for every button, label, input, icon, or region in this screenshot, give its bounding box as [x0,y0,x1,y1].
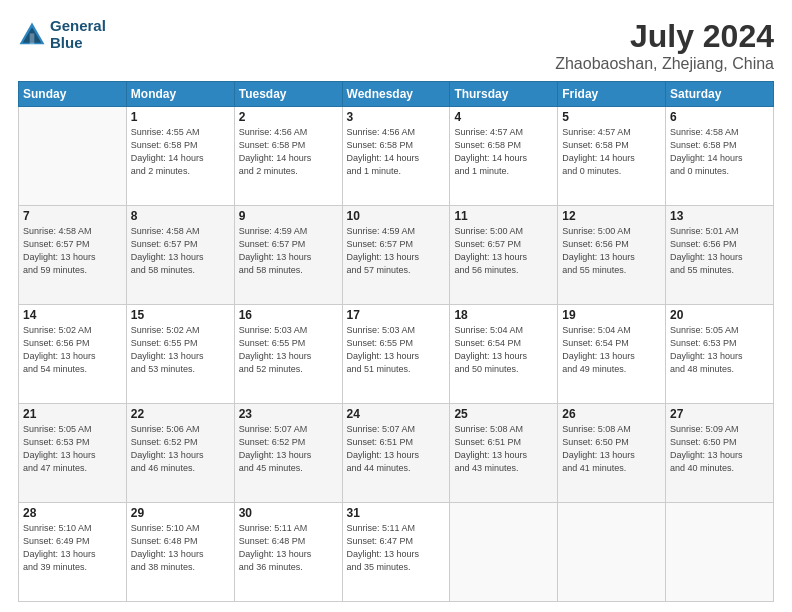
day-number: 14 [23,308,122,322]
day-number: 25 [454,407,553,421]
calendar-day-cell [666,503,774,602]
svg-rect-2 [30,33,35,44]
calendar-week-row: 1Sunrise: 4:55 AM Sunset: 6:58 PM Daylig… [19,107,774,206]
day-info: Sunrise: 4:57 AM Sunset: 6:58 PM Dayligh… [562,126,661,178]
calendar-day-cell [558,503,666,602]
calendar-day-cell: 22Sunrise: 5:06 AM Sunset: 6:52 PM Dayli… [126,404,234,503]
calendar-body: 1Sunrise: 4:55 AM Sunset: 6:58 PM Daylig… [19,107,774,602]
day-info: Sunrise: 5:00 AM Sunset: 6:57 PM Dayligh… [454,225,553,277]
day-info: Sunrise: 5:01 AM Sunset: 6:56 PM Dayligh… [670,225,769,277]
calendar-day-cell: 1Sunrise: 4:55 AM Sunset: 6:58 PM Daylig… [126,107,234,206]
day-number: 21 [23,407,122,421]
day-number: 28 [23,506,122,520]
calendar-header-row: SundayMondayTuesdayWednesdayThursdayFrid… [19,82,774,107]
day-header-tuesday: Tuesday [234,82,342,107]
day-header-monday: Monday [126,82,234,107]
day-number: 31 [347,506,446,520]
calendar-day-cell: 2Sunrise: 4:56 AM Sunset: 6:58 PM Daylig… [234,107,342,206]
subtitle: Zhaobaoshan, Zhejiang, China [555,55,774,73]
calendar-day-cell: 12Sunrise: 5:00 AM Sunset: 6:56 PM Dayli… [558,206,666,305]
day-number: 17 [347,308,446,322]
day-info: Sunrise: 5:09 AM Sunset: 6:50 PM Dayligh… [670,423,769,475]
calendar-week-row: 14Sunrise: 5:02 AM Sunset: 6:56 PM Dayli… [19,305,774,404]
calendar-table: SundayMondayTuesdayWednesdayThursdayFrid… [18,81,774,602]
logo-icon [18,21,46,49]
day-info: Sunrise: 5:10 AM Sunset: 6:49 PM Dayligh… [23,522,122,574]
calendar-day-cell: 30Sunrise: 5:11 AM Sunset: 6:48 PM Dayli… [234,503,342,602]
page: General Blue July 2024 Zhaobaoshan, Zhej… [0,0,792,612]
day-info: Sunrise: 5:02 AM Sunset: 6:56 PM Dayligh… [23,324,122,376]
day-info: Sunrise: 5:05 AM Sunset: 6:53 PM Dayligh… [670,324,769,376]
day-header-wednesday: Wednesday [342,82,450,107]
calendar-day-cell: 16Sunrise: 5:03 AM Sunset: 6:55 PM Dayli… [234,305,342,404]
day-info: Sunrise: 4:55 AM Sunset: 6:58 PM Dayligh… [131,126,230,178]
calendar-day-cell: 23Sunrise: 5:07 AM Sunset: 6:52 PM Dayli… [234,404,342,503]
day-number: 5 [562,110,661,124]
logo: General Blue [18,18,106,51]
calendar-week-row: 21Sunrise: 5:05 AM Sunset: 6:53 PM Dayli… [19,404,774,503]
day-info: Sunrise: 5:03 AM Sunset: 6:55 PM Dayligh… [347,324,446,376]
day-number: 12 [562,209,661,223]
day-info: Sunrise: 5:08 AM Sunset: 6:50 PM Dayligh… [562,423,661,475]
day-number: 2 [239,110,338,124]
calendar-day-cell: 15Sunrise: 5:02 AM Sunset: 6:55 PM Dayli… [126,305,234,404]
calendar-day-cell: 13Sunrise: 5:01 AM Sunset: 6:56 PM Dayli… [666,206,774,305]
day-number: 23 [239,407,338,421]
day-info: Sunrise: 5:02 AM Sunset: 6:55 PM Dayligh… [131,324,230,376]
day-info: Sunrise: 4:59 AM Sunset: 6:57 PM Dayligh… [347,225,446,277]
day-info: Sunrise: 5:06 AM Sunset: 6:52 PM Dayligh… [131,423,230,475]
day-number: 18 [454,308,553,322]
day-number: 22 [131,407,230,421]
calendar-day-cell: 9Sunrise: 4:59 AM Sunset: 6:57 PM Daylig… [234,206,342,305]
day-number: 3 [347,110,446,124]
day-info: Sunrise: 5:10 AM Sunset: 6:48 PM Dayligh… [131,522,230,574]
day-info: Sunrise: 5:00 AM Sunset: 6:56 PM Dayligh… [562,225,661,277]
title-block: July 2024 Zhaobaoshan, Zhejiang, China [555,18,774,73]
day-header-sunday: Sunday [19,82,127,107]
calendar-day-cell: 3Sunrise: 4:56 AM Sunset: 6:58 PM Daylig… [342,107,450,206]
header: General Blue July 2024 Zhaobaoshan, Zhej… [18,18,774,73]
day-info: Sunrise: 4:59 AM Sunset: 6:57 PM Dayligh… [239,225,338,277]
calendar-week-row: 28Sunrise: 5:10 AM Sunset: 6:49 PM Dayli… [19,503,774,602]
calendar-day-cell: 19Sunrise: 5:04 AM Sunset: 6:54 PM Dayli… [558,305,666,404]
day-header-saturday: Saturday [666,82,774,107]
calendar-day-cell: 18Sunrise: 5:04 AM Sunset: 6:54 PM Dayli… [450,305,558,404]
calendar-day-cell: 31Sunrise: 5:11 AM Sunset: 6:47 PM Dayli… [342,503,450,602]
day-info: Sunrise: 5:03 AM Sunset: 6:55 PM Dayligh… [239,324,338,376]
day-number: 30 [239,506,338,520]
calendar-day-cell: 6Sunrise: 4:58 AM Sunset: 6:58 PM Daylig… [666,107,774,206]
day-number: 27 [670,407,769,421]
day-number: 20 [670,308,769,322]
day-info: Sunrise: 4:56 AM Sunset: 6:58 PM Dayligh… [239,126,338,178]
calendar-day-cell: 5Sunrise: 4:57 AM Sunset: 6:58 PM Daylig… [558,107,666,206]
day-number: 8 [131,209,230,223]
calendar-day-cell: 7Sunrise: 4:58 AM Sunset: 6:57 PM Daylig… [19,206,127,305]
day-number: 6 [670,110,769,124]
calendar-day-cell: 14Sunrise: 5:02 AM Sunset: 6:56 PM Dayli… [19,305,127,404]
calendar-day-cell: 26Sunrise: 5:08 AM Sunset: 6:50 PM Dayli… [558,404,666,503]
day-number: 26 [562,407,661,421]
calendar-day-cell: 11Sunrise: 5:00 AM Sunset: 6:57 PM Dayli… [450,206,558,305]
day-number: 24 [347,407,446,421]
calendar-day-cell: 10Sunrise: 4:59 AM Sunset: 6:57 PM Dayli… [342,206,450,305]
day-info: Sunrise: 4:57 AM Sunset: 6:58 PM Dayligh… [454,126,553,178]
calendar-day-cell: 8Sunrise: 4:58 AM Sunset: 6:57 PM Daylig… [126,206,234,305]
day-header-thursday: Thursday [450,82,558,107]
day-info: Sunrise: 5:07 AM Sunset: 6:52 PM Dayligh… [239,423,338,475]
day-number: 13 [670,209,769,223]
day-info: Sunrise: 5:08 AM Sunset: 6:51 PM Dayligh… [454,423,553,475]
day-number: 15 [131,308,230,322]
day-number: 4 [454,110,553,124]
day-number: 29 [131,506,230,520]
calendar-day-cell: 20Sunrise: 5:05 AM Sunset: 6:53 PM Dayli… [666,305,774,404]
day-number: 16 [239,308,338,322]
day-info: Sunrise: 4:58 AM Sunset: 6:58 PM Dayligh… [670,126,769,178]
day-info: Sunrise: 5:04 AM Sunset: 6:54 PM Dayligh… [454,324,553,376]
day-number: 7 [23,209,122,223]
day-info: Sunrise: 4:58 AM Sunset: 6:57 PM Dayligh… [131,225,230,277]
day-header-friday: Friday [558,82,666,107]
day-number: 11 [454,209,553,223]
calendar-day-cell [450,503,558,602]
calendar-day-cell: 28Sunrise: 5:10 AM Sunset: 6:49 PM Dayli… [19,503,127,602]
calendar-day-cell: 21Sunrise: 5:05 AM Sunset: 6:53 PM Dayli… [19,404,127,503]
